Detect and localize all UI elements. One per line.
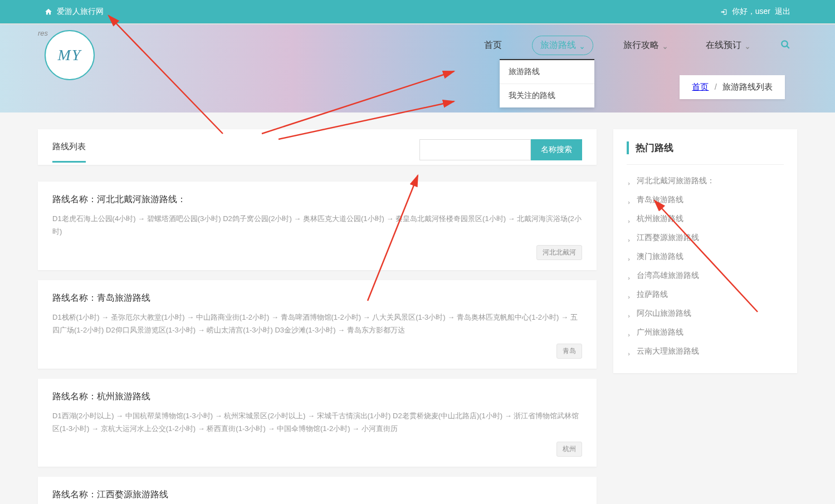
chevron-right-icon: [627, 311, 631, 316]
nav-home-label: 首页: [484, 40, 502, 51]
routes-dropdown: 旅游路线 我关注的路线: [500, 59, 594, 107]
route-tag-row: 杭州: [52, 442, 582, 457]
hot-routes-title: 热门路线: [627, 141, 784, 154]
sidebar-item-label: 广州旅游路线: [637, 327, 683, 337]
nav-home[interactable]: 首页: [476, 36, 510, 55]
left-column: 路线列表 名称搜索 路线名称：河北北戴河旅游路线：D1老虎石海上公园(4小时) …: [38, 129, 597, 504]
route-desc: D1老虎石海上公园(4小时) → 碧螺塔酒吧公园(3小时) D2鸽子窝公园(2小…: [52, 212, 582, 238]
sidebar-item-label: 拉萨路线: [637, 290, 668, 300]
sidebar-item-label: 河北北戴河旅游路线：: [637, 176, 715, 186]
login-icon: [720, 8, 727, 16]
nav-guides[interactable]: 旅行攻略: [616, 36, 676, 55]
route-tag[interactable]: 河北北戴河: [536, 245, 582, 260]
svg-point-0: [782, 41, 788, 47]
sidebar-item[interactable]: 河北北戴河旅游路线：: [627, 172, 784, 190]
header-banner: res MY 首页 旅游路线 旅行攻略 在线预订 旅游路线 我关注的路线 首页 …: [0, 23, 835, 112]
chevron-right-icon: [627, 198, 631, 202]
sidebar-item-label: 杭州旅游路线: [637, 214, 683, 224]
nav-routes[interactable]: 旅游路线: [532, 36, 593, 55]
nav-guides-label: 旅行攻略: [623, 40, 659, 51]
route-card: 路线名称：杭州旅游路线D1西湖(2小时以上) → 中国杭帮菜博物馆(1-3小时)…: [38, 379, 597, 467]
breadcrumb-current: 旅游路线列表: [722, 82, 773, 91]
site-name-link[interactable]: 爱游人旅行网: [57, 7, 104, 17]
routes-container: 路线名称：河北北戴河旅游路线：D1老虎石海上公园(4小时) → 碧螺塔酒吧公园(…: [38, 182, 597, 504]
chevron-right-icon: [627, 179, 631, 183]
sidebar-item[interactable]: 江西婺源旅游路线: [627, 228, 784, 247]
route-tag-row: 青岛: [52, 344, 582, 359]
route-title[interactable]: 路线名称：青岛旅游路线: [52, 292, 582, 304]
sidebar-item[interactable]: 澳门旅游路线: [627, 247, 784, 266]
route-tag[interactable]: 杭州: [556, 442, 582, 457]
chevron-right-icon: [627, 236, 631, 240]
sidebar-item[interactable]: 台湾高雄旅游路线: [627, 266, 784, 285]
logo[interactable]: MY: [45, 30, 95, 80]
route-title[interactable]: 路线名称：河北北戴河旅游路线：: [52, 194, 582, 205]
route-card: 路线名称：青岛旅游路线D1栈桥(1小时) → 圣弥厄尔大教堂(1小时) → 中山…: [38, 280, 597, 369]
chevron-right-icon: [627, 292, 631, 297]
route-tag[interactable]: 青岛: [556, 344, 582, 359]
route-desc: D1西湖(2小时以上) → 中国杭帮菜博物馆(1-3小时) → 杭州宋城景区(2…: [52, 409, 582, 436]
topbar: 爱游人旅行网 你好，user 退出: [0, 0, 835, 23]
chevron-down-icon: [745, 43, 750, 48]
list-header-card: 路线列表 名称搜索: [38, 129, 597, 165]
sidebar-item[interactable]: 广州旅游路线: [627, 323, 784, 342]
main-content: 路线列表 名称搜索 路线名称：河北北戴河旅游路线：D1老虎石海上公园(4小时) …: [0, 112, 835, 504]
right-column: 热门路线 河北北戴河旅游路线：青岛旅游路线杭州旅游路线江西婺源旅游路线澳门旅游路…: [613, 129, 797, 504]
sidebar-item-label: 云南大理旅游路线: [637, 346, 699, 356]
logout-link[interactable]: 退出: [775, 7, 790, 17]
breadcrumb-separator: /: [715, 82, 717, 91]
sidebar-item-label: 江西婺源旅游路线: [637, 233, 699, 243]
sidebar-item[interactable]: 阿尔山旅游路线: [627, 304, 784, 323]
res-label: res: [38, 29, 48, 37]
sidebar-item-label: 阿尔山旅游路线: [637, 309, 691, 319]
tab-route-list[interactable]: 路线列表: [52, 141, 86, 163]
sidebar-item-label: 青岛旅游路线: [637, 195, 683, 205]
main-nav: 首页 旅游路线 旅行攻略 在线预订: [476, 36, 790, 55]
breadcrumb-home[interactable]: 首页: [692, 82, 709, 91]
dropdown-item-followed[interactable]: 我关注的路线: [500, 84, 594, 107]
sidebar-item-label: 台湾高雄旅游路线: [637, 271, 699, 281]
nav-booking[interactable]: 在线预订: [698, 36, 758, 55]
search-input[interactable]: [419, 139, 531, 160]
topbar-left: 爱游人旅行网: [45, 7, 104, 17]
hot-routes-card: 热门路线 河北北戴河旅游路线：青岛旅游路线杭州旅游路线江西婺源旅游路线澳门旅游路…: [613, 129, 797, 373]
greeting-text: 你好，user: [732, 7, 770, 17]
breadcrumb: 首页 / 旅游路线列表: [680, 75, 785, 99]
dropdown-item-routes[interactable]: 旅游路线: [500, 60, 594, 84]
topbar-right: 你好，user 退出: [720, 7, 790, 17]
search-group: 名称搜索: [419, 139, 582, 160]
chevron-right-icon: [627, 330, 631, 335]
nav-routes-label: 旅游路线: [540, 40, 576, 51]
sidebar-item[interactable]: 云南大理旅游路线: [627, 342, 784, 361]
sidebar-item[interactable]: 青岛旅游路线: [627, 190, 784, 209]
sidebar-item[interactable]: 拉萨路线: [627, 285, 784, 304]
chevron-right-icon: [627, 255, 631, 259]
nav-booking-label: 在线预订: [706, 40, 741, 51]
route-desc: D1栈桥(1小时) → 圣弥厄尔大教堂(1小时) → 中山路商业街(1-2小时)…: [52, 311, 582, 337]
hot-routes-list: 河北北戴河旅游路线：青岛旅游路线杭州旅游路线江西婺源旅游路线澳门旅游路线台湾高雄…: [627, 164, 784, 361]
route-title[interactable]: 路线名称：杭州旅游路线: [52, 391, 582, 403]
home-icon[interactable]: [45, 8, 52, 16]
route-tag-row: 河北北戴河: [52, 245, 582, 260]
route-card: 路线名称：河北北戴河旅游路线：D1老虎石海上公园(4小时) → 碧螺塔酒吧公园(…: [38, 182, 597, 270]
sidebar-item-label: 澳门旅游路线: [637, 252, 683, 262]
search-button[interactable]: 名称搜索: [531, 139, 582, 160]
route-card: 路线名称：江西婺源旅游路线D1婺源汽车北站(老站)(10分钟) → 月亮湾(30…: [38, 477, 597, 504]
chevron-right-icon: [627, 217, 631, 221]
search-icon[interactable]: [780, 40, 790, 52]
route-title[interactable]: 路线名称：江西婺源旅游路线: [52, 489, 582, 501]
chevron-right-icon: [627, 273, 631, 278]
chevron-down-icon: [662, 43, 668, 48]
chevron-right-icon: [627, 349, 631, 354]
chevron-down-icon: [579, 43, 585, 48]
logo-text: MY: [58, 46, 82, 64]
sidebar-item[interactable]: 杭州旅游路线: [627, 209, 784, 228]
